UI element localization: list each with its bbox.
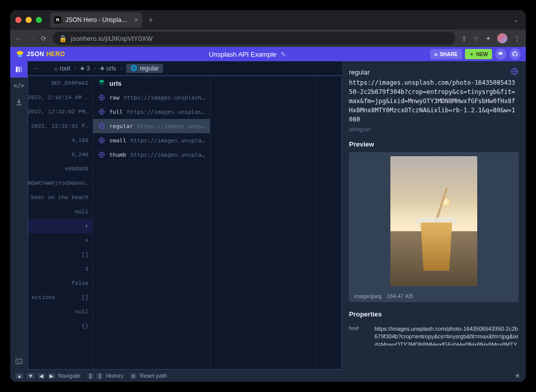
share-icon[interactable]: ⇪ (461, 35, 467, 42)
list-item[interactable]: ections[] (28, 290, 92, 305)
list-item[interactable]: BEF_Eh6FmAI (28, 76, 92, 90)
terminal-button[interactable] (10, 353, 28, 370)
bc-index[interactable]: ◈ 3 (80, 65, 90, 72)
discord-button[interactable] (495, 48, 506, 60)
list-item[interactable]: #d9d9d9 (28, 162, 92, 176)
properties-heading: Properties (349, 310, 519, 318)
reset-path-hint[interactable]: ⎋ Reset path (130, 373, 167, 379)
tab-close-icon[interactable]: × (134, 16, 138, 23)
list-item[interactable]: 0, 2022, 2:10:14 AM … (28, 90, 92, 105)
arrow-right-icon: ▶ (48, 373, 55, 379)
arrow-left-icon: ◀ (38, 373, 45, 379)
edit-title-icon[interactable]: ✎ (281, 51, 286, 58)
plus-icon: ＋ (469, 51, 474, 58)
window-close-icon[interactable] (15, 17, 21, 23)
download-icon (15, 98, 23, 106)
theme-toggle-button[interactable]: ☀︎ (515, 372, 521, 380)
window-zoom-icon[interactable] (36, 17, 42, 23)
bc-back-icon[interactable]: ← (33, 65, 39, 72)
hero-mask-icon (15, 50, 25, 59)
browser-window: R JSON Hero - Unsplash API Ex × ＋ ⌄ ← → … (10, 10, 526, 382)
bc-regular[interactable]: 🌐 regular (126, 64, 162, 73)
bc-sep-icon: › (94, 65, 96, 72)
nav-back-icon[interactable]: ← (15, 35, 22, 42)
url-row-thumb[interactable]: thumb https://images.unsplash.com/… (93, 148, 210, 162)
preview-heading: Preview (349, 140, 519, 148)
window-minimize-icon[interactable] (26, 17, 32, 23)
globe-icon (98, 122, 105, 130)
list-item[interactable]: 7jYNGWX?wWVjYod9Ga#o… (28, 176, 92, 190)
list-item[interactable]: 1, 2022, 12:32:01 P… (28, 119, 92, 133)
list-item[interactable]: › (28, 219, 92, 233)
bracket-right-icon: ] (97, 373, 103, 379)
nav-forward-icon[interactable]: → (28, 35, 35, 42)
property-value[interactable]: https://images.unsplash.com/photo-164350… (375, 325, 519, 346)
extensions-icon[interactable]: ✦ (485, 35, 491, 42)
list-item[interactable]: null (28, 305, 92, 319)
list-item[interactable]: false (28, 276, 92, 290)
list-item[interactable]: null (28, 205, 92, 219)
browser-tab[interactable]: R JSON Hero - Unsplash API Ex × (50, 12, 142, 28)
new-tab-button[interactable]: ＋ (147, 15, 154, 24)
url-row-raw[interactable]: raw https://images.unsplash.com/ph… (93, 90, 210, 105)
url-row-small[interactable]: small https://images.unsplash.com/p… (93, 133, 210, 148)
list-item[interactable]: old beer on the beach (28, 190, 92, 205)
details-url[interactable]: https://images.unsplash.com/photo-164350… (349, 78, 519, 124)
list-item[interactable]: [] (28, 248, 92, 262)
object-icon (98, 79, 105, 88)
profile-avatar[interactable] (497, 33, 507, 43)
lock-icon: 🔒 (59, 35, 67, 42)
browser-menu-icon[interactable]: ⋮ (514, 34, 521, 42)
bookmark-icon[interactable]: ☆ (473, 35, 479, 42)
bc-sep-icon: › (120, 65, 122, 72)
globe-icon (98, 94, 105, 101)
app-body: </> ← → ⌂ root › (10, 61, 526, 370)
esc-icon: ⎋ (130, 373, 136, 379)
arrow-up-icon: ▲ (15, 373, 24, 379)
globe-icon: 🌐 (130, 65, 137, 71)
tab-overflow-icon[interactable]: ⌄ (514, 16, 519, 23)
address-bar[interactable]: 🔒 jsonhero.io/j/tJIKnpVtY0XW (53, 32, 455, 45)
center-area: ← → ⌂ root › ◈ 3 › ◈ urls › (28, 61, 342, 370)
app-logo[interactable]: JSONHERO (15, 50, 65, 59)
discord-icon (498, 51, 504, 57)
svg-rect-0 (16, 67, 17, 72)
browser-tabbar: R JSON Hero - Unsplash API Ex × ＋ ⌄ (10, 10, 526, 30)
code-icon: </> (13, 82, 25, 89)
open-url-button[interactable] (510, 67, 519, 77)
globe-icon (510, 67, 519, 76)
svg-rect-1 (18, 67, 20, 72)
column-header: urls (93, 76, 210, 90)
list-item[interactable]: {} (28, 319, 92, 333)
bc-urls[interactable]: ◈ urls (100, 65, 116, 72)
column-view-button[interactable] (10, 61, 28, 78)
list-item[interactable]: 1, 2022, 12:32:02 PM… (28, 105, 92, 119)
bc-forward-icon[interactable]: → (44, 65, 50, 72)
new-button[interactable]: ＋ NEW (465, 49, 492, 59)
bc-sep-icon: › (74, 65, 76, 72)
tree-view-button[interactable] (10, 94, 28, 110)
empty-column (211, 76, 315, 370)
object-icon: ◈ (80, 65, 84, 71)
globe-icon (98, 137, 105, 144)
nav-reload-icon[interactable]: ⟳ (41, 35, 46, 42)
list-item[interactable]: 4,160 (28, 133, 92, 148)
list-item[interactable]: › (28, 233, 92, 248)
github-button[interactable] (509, 48, 521, 60)
property-row: href https://images.unsplash.com/photo-1… (349, 325, 519, 346)
bc-root[interactable]: ⌂ root (54, 65, 70, 72)
columns-icon (15, 65, 23, 74)
url-row-full[interactable]: full https://images.unsplash.com/ph… (93, 105, 210, 119)
preview-image[interactable] (349, 152, 519, 290)
svg-rect-2 (20, 67, 22, 72)
share-button[interactable]: ∞ SHARE (430, 49, 462, 59)
globe-icon (98, 151, 105, 158)
breadcrumb: ← → ⌂ root › ◈ 3 › ◈ urls › (28, 61, 342, 76)
list-item[interactable]: 6,240 (28, 148, 92, 162)
traffic-lights (15, 17, 42, 23)
list-item[interactable]: 3 (28, 262, 92, 276)
property-key: href (349, 325, 369, 331)
globe-icon (98, 108, 105, 115)
json-view-button[interactable]: </> (10, 78, 28, 94)
url-row-regular[interactable]: regular https://images.unsplash.com… (93, 119, 210, 133)
